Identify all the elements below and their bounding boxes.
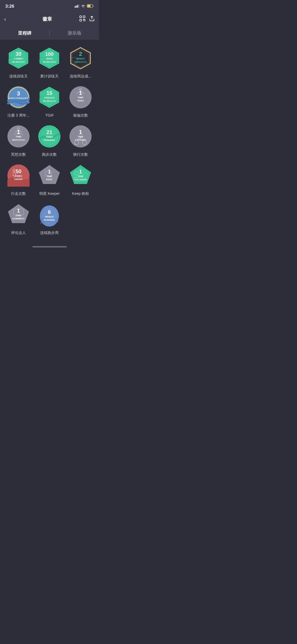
svg-text:WEEKS: WEEKS [76, 57, 85, 60]
badge-weeks-workouts[interactable]: 2 WEEKS WORKOUTS 连续周达成... [66, 45, 95, 79]
badge-icon-weeks: 2 WEEKS WORKOUTS [67, 45, 94, 71]
badge-label-meditation: 冥想次数 [11, 152, 26, 157]
badge-following[interactable]: 1 TIME FOLLOWING Keep 铁粉 [66, 162, 95, 196]
badge-icon-running: 21 TIMES RUNNING [36, 123, 63, 150]
badge-label-comment: 评论达人 [11, 231, 26, 235]
scan-button[interactable] [79, 16, 85, 23]
svg-rect-8 [83, 16, 85, 18]
share-button[interactable] [89, 16, 95, 23]
badge-label-following: Keep 铁粉 [72, 191, 89, 196]
svg-text:1: 1 [79, 129, 82, 135]
tab-bar: 里程碑 游乐场 [0, 26, 99, 40]
badge-icon-anniversary: 3 ANNIVERSARY [5, 84, 32, 111]
status-icons [75, 4, 94, 9]
svg-marker-67 [39, 165, 60, 184]
badge-icon-hiking: 50 TIMES HIKING [5, 162, 32, 189]
badges-grid: 30 COMBO WORKOUTS 连续训练天 100 DAYS WORKOUT… [0, 40, 99, 241]
svg-text:15: 15 [46, 90, 52, 96]
svg-rect-0 [75, 6, 76, 8]
badge-icon-following: 1 TIME FOLLOWING [67, 162, 94, 189]
badge-label-running: 跑步次数 [42, 152, 57, 157]
badge-label-days: 累计训练天 [40, 74, 59, 79]
wifi-icon [81, 4, 85, 9]
badge-comment[interactable]: 1 TIME COMMENT 评论达人 [4, 201, 33, 235]
tab-playground[interactable]: 游乐场 [50, 26, 99, 40]
svg-text:WEEKS: WEEKS [45, 215, 54, 218]
svg-text:TIMES: TIMES [46, 136, 53, 138]
svg-text:TIME: TIME [78, 175, 83, 178]
badge-icon-weeks-running: 6 WEEKS RUNNING [36, 201, 63, 228]
svg-rect-9 [80, 19, 82, 21]
badge-running[interactable]: 21 TIMES RUNNING 跑步次数 [35, 123, 64, 157]
badge-label-yoga: 瑜伽次数 [73, 113, 88, 118]
badge-weeks-running[interactable]: 6 WEEKS RUNNING 连续跑步周 [35, 201, 64, 235]
svg-marker-79 [8, 204, 29, 223]
signal-icon [75, 4, 79, 9]
badge-label-weeks-running: 连续跑步周 [40, 231, 59, 235]
svg-rect-5 [93, 5, 94, 7]
svg-text:21: 21 [46, 129, 52, 135]
tab-milestone[interactable]: 里程碑 [0, 26, 49, 40]
badge-label-cycling: 骑行次数 [73, 152, 88, 157]
svg-text:6: 6 [48, 209, 51, 215]
svg-text:1: 1 [17, 208, 20, 214]
svg-text:RUNNING: RUNNING [44, 219, 55, 221]
svg-text:WORKOUTS: WORKOUTS [12, 61, 25, 63]
svg-text:WORKOUTS: WORKOUTS [74, 61, 87, 63]
svg-text:TIME: TIME [16, 135, 21, 138]
svg-text:WORKOUTS: WORKOUTS [43, 100, 56, 102]
status-bar: 3:26 [0, 0, 99, 12]
svg-text:2: 2 [79, 50, 82, 57]
badge-meditation[interactable]: 1 TIME MEDITATION 冥想次数 [4, 123, 33, 157]
svg-text:3: 3 [17, 90, 20, 97]
badge-hiking[interactable]: 50 TIMES HIKING 行走次数 [4, 162, 33, 196]
badge-icon-yoga: 1 TIME YOGA [67, 84, 94, 111]
svg-text:POST: POST [46, 178, 53, 181]
badge-label-anniversary: 注册 3 周年... [7, 113, 29, 118]
badge-yoga[interactable]: 1 TIME YOGA 瑜伽次数 [66, 84, 95, 118]
page-title: 徽章 [43, 16, 52, 22]
nav-bar: ‹ 徽章 [0, 12, 99, 26]
badge-icon-meditation: 1 TIME MEDITATION [5, 123, 32, 150]
svg-text:TIME: TIME [78, 96, 83, 99]
svg-rect-7 [80, 16, 82, 18]
back-button[interactable]: ‹ [4, 16, 15, 22]
svg-text:50: 50 [16, 168, 21, 174]
badge-icon-comment: 1 TIME COMMENT [5, 201, 32, 228]
svg-text:MEDITATION: MEDITATION [12, 139, 25, 141]
svg-rect-3 [78, 4, 79, 8]
svg-text:1: 1 [79, 169, 82, 174]
svg-text:ANNIVERSARY: ANNIVERSARY [8, 97, 29, 100]
badge-days-workouts[interactable]: 100 DAYS WORKOUTS 累计训练天 [35, 45, 64, 79]
svg-rect-2 [77, 5, 78, 8]
svg-rect-6 [87, 5, 91, 7]
svg-text:YOGA: YOGA [77, 99, 84, 102]
badge-icon-combo: 30 COMBO WORKOUTS [5, 45, 32, 71]
badge-icon-cycling: 1 TIME CYCLING [67, 123, 94, 150]
badge-icon-tgif: 15 FRIDAYS WORKOUTS [36, 84, 63, 111]
badge-tgif[interactable]: 15 FRIDAYS WORKOUTS TGIF [35, 84, 64, 118]
svg-text:DAYS: DAYS [46, 57, 53, 60]
badge-label-weeks: 连续周达成... [70, 74, 91, 79]
badge-label-hiking: 行走次数 [11, 191, 26, 196]
badge-cycling[interactable]: 1 TIME CYCLING 骑行次数 [66, 123, 95, 157]
badge-label-combo: 连续训练天 [9, 74, 28, 79]
nav-actions [79, 16, 95, 23]
badge-icon-post: 1 TIME POST [36, 162, 63, 189]
badge-combo-workouts[interactable]: 30 COMBO WORKOUTS 连续训练天 [4, 45, 33, 79]
svg-text:WORKOUTS: WORKOUTS [43, 61, 56, 63]
svg-text:CYCLING: CYCLING [75, 139, 86, 141]
svg-text:100: 100 [45, 51, 54, 57]
svg-text:HIKING: HIKING [14, 178, 23, 181]
battery-icon [87, 4, 94, 9]
bottom-bar [0, 241, 99, 250]
svg-text:RUNNING: RUNNING [44, 139, 55, 141]
badge-post[interactable]: 1 TIME POST 明星 Keeper [35, 162, 64, 196]
badge-label-post: 明星 Keeper [39, 191, 60, 196]
svg-rect-1 [76, 6, 77, 8]
badge-label-tgif: TGIF [45, 113, 54, 117]
svg-text:COMMENT: COMMENT [12, 217, 25, 220]
svg-text:30: 30 [16, 51, 21, 57]
badge-anniversary[interactable]: 3 ANNIVERSARY 注册 3 周年... [4, 84, 33, 118]
status-time: 3:26 [5, 4, 14, 9]
